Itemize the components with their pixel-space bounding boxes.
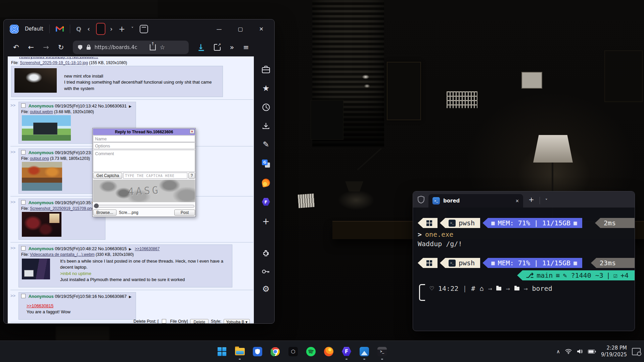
translate-icon[interactable]: G <box>262 160 270 168</box>
search-engine-icon[interactable]: Q <box>76 26 81 33</box>
post-button[interactable]: Post <box>174 210 195 216</box>
divider <box>70 25 70 33</box>
ceiling-shadow <box>0 0 158 17</box>
file-link[interactable]: output.png <box>30 156 49 161</box>
tab-list-dropdown[interactable]: ˅ <box>131 27 134 31</box>
post-thumbnail[interactable] <box>22 259 50 279</box>
post-checkbox[interactable] <box>21 150 26 154</box>
post-menu-arrow[interactable]: ▶ <box>129 247 132 251</box>
extensions-puzzle-icon[interactable] <box>262 250 270 258</box>
lock-icon <box>87 47 91 50</box>
style-select[interactable]: Yotsuba B ▾ <box>224 319 250 323</box>
comment-field[interactable] <box>93 150 195 172</box>
firefox-button[interactable] <box>324 347 334 357</box>
home-icon: ⌂ <box>479 284 484 292</box>
history-clock-icon[interactable] <box>262 103 270 111</box>
bitwarden-button[interactable] <box>252 347 263 357</box>
close-button[interactable]: ✕ <box>259 26 264 32</box>
post-menu-arrow[interactable]: ▶ <box>129 104 132 108</box>
toolbox-icon[interactable] <box>262 66 270 73</box>
file-only-checkbox[interactable] <box>162 319 166 323</box>
tab-dropdown-icon[interactable]: ˅ <box>545 198 548 203</box>
gmail-icon[interactable] <box>56 26 64 32</box>
terminal-button[interactable]: >_ <box>377 347 387 357</box>
passwords-key-icon[interactable] <box>262 269 270 274</box>
tracking-shield-icon[interactable] <box>78 45 82 50</box>
delete-button[interactable]: Delete <box>190 319 209 323</box>
post-checkbox[interactable] <box>21 294 26 298</box>
wifi-icon[interactable] <box>565 349 572 354</box>
post-thumbnail[interactable] <box>22 212 61 237</box>
undo-close-tab-icon[interactable]: ↶ <box>13 44 19 51</box>
tray-date: 9/19/2025 <box>601 352 627 358</box>
chrome-button[interactable] <box>270 347 280 357</box>
firefox-flame-icon[interactable] <box>261 178 271 187</box>
share-icon[interactable] <box>150 44 156 50</box>
tab-close-icon[interactable]: ✕ <box>515 198 519 203</box>
post-menu-arrow[interactable]: ▶ <box>129 295 132 299</box>
open-in-app-icon[interactable] <box>214 44 221 51</box>
expand-tab-icon[interactable]: › <box>110 26 113 32</box>
reload-button[interactable]: ↻ <box>58 44 64 51</box>
post-checkbox[interactable] <box>21 246 26 251</box>
file-link[interactable]: Videocaptura de pantalla_(...).webm <box>30 252 95 257</box>
downloads-icon[interactable]: → <box>199 44 204 51</box>
notification-center-icon[interactable] <box>632 348 641 355</box>
start-button[interactable] <box>217 347 227 357</box>
tab-group-icon[interactable] <box>140 25 148 33</box>
backlink[interactable]: >>106630867 <box>135 246 159 251</box>
slider-thumb[interactable] <box>94 203 99 208</box>
get-captcha-button[interactable]: Get Captcha <box>93 173 122 179</box>
maximize-button[interactable]: ▢ <box>238 26 243 32</box>
bookmark-star-icon[interactable]: ☆ <box>159 44 165 50</box>
add-panel-icon[interactable]: + <box>262 217 270 226</box>
floorp-logo-icon[interactable]: F <box>262 198 270 206</box>
browse-button[interactable]: Browse... <box>93 210 117 216</box>
captcha-input[interactable] <box>123 173 187 179</box>
new-tab-button[interactable]: + <box>528 195 534 203</box>
profile-fingerprint-icon[interactable] <box>10 25 19 34</box>
thread-post: new mint xfce install I tried making som… <box>10 66 254 97</box>
close-icon[interactable]: ✕ <box>190 129 194 134</box>
volume-icon[interactable] <box>577 349 583 354</box>
quote-link[interactable]: >>106630815 <box>27 303 53 308</box>
more-tools-icon[interactable]: » <box>230 44 234 51</box>
back-button[interactable]: ← <box>28 44 34 51</box>
post-thumbnail[interactable] <box>14 68 57 93</box>
downloads-tray-icon[interactable] <box>262 122 270 130</box>
battery-icon[interactable] <box>588 350 596 354</box>
settings-gear-icon[interactable]: ⚙ <box>262 285 270 293</box>
captcha-slider[interactable] <box>94 203 194 208</box>
active-tab-indicator[interactable] <box>96 23 105 35</box>
edit-pencil-icon[interactable]: ✎ <box>263 141 269 148</box>
captcha-help-button[interactable]: ? <box>188 173 195 179</box>
unity-app-button[interactable]: ⬡ <box>288 347 298 357</box>
clock[interactable]: 2:28 PM 9/19/2025 <box>601 345 627 358</box>
terminal-tab[interactable]: >_ bored ✕ <box>428 194 523 208</box>
post-checkbox[interactable] <box>21 103 26 108</box>
post-checkbox[interactable] <box>21 200 26 205</box>
name-field[interactable] <box>93 135 195 142</box>
floorp-button[interactable]: F <box>341 347 352 357</box>
forward-button[interactable]: → <box>43 44 49 51</box>
photos-button[interactable] <box>359 347 369 357</box>
file-link[interactable]: output.webm <box>30 109 53 114</box>
bookmarks-star-icon[interactable]: ★ <box>262 84 270 92</box>
collapse-tabs-icon[interactable]: ‹ <box>87 26 90 32</box>
terminal-body[interactable]: >_pwsh ▦MEM: 71% | 11/15GB▦ 2ms >one.exe… <box>413 208 635 293</box>
post-thumbnail[interactable] <box>22 115 71 141</box>
dialog-footer: Browse... Scre....png Post <box>93 210 195 216</box>
menu-hamburger-icon[interactable]: ≡ <box>243 44 249 51</box>
quick-reply-titlebar[interactable]: Reply to Thread No.106623606 ✕ <box>93 129 195 135</box>
spotify-button[interactable] <box>306 347 316 357</box>
new-tab-button[interactable]: + <box>119 25 125 33</box>
post-thumbnail[interactable] <box>22 162 62 191</box>
file-explorer-button[interactable] <box>235 347 245 357</box>
minimize-button[interactable]: — <box>216 26 222 32</box>
url-text[interactable]: https://boards.4c <box>94 44 145 50</box>
file-link[interactable]: Screenshot_20250919_015709.png <box>30 206 94 211</box>
tray-overflow-chevron[interactable]: ∧ <box>556 349 560 355</box>
file-link[interactable]: Screenshot_2025-09-19_01-18-10.jpg <box>20 60 88 65</box>
options-field[interactable] <box>93 142 195 149</box>
url-bar[interactable]: https://boards.4c ☆ <box>73 41 189 54</box>
